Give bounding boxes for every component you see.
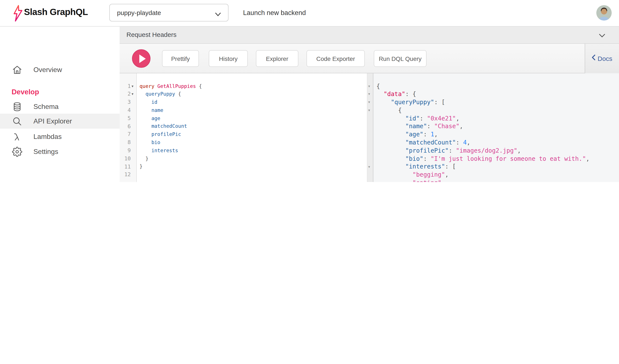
fold-arrow-icon[interactable]: ▾ — [368, 163, 373, 171]
line-number: 5 — [120, 114, 131, 122]
code-line: "matchedCount": 4, — [376, 139, 615, 147]
sidebar-item-label: Overview — [33, 66, 62, 74]
sidebar-item-label: Schema — [33, 103, 58, 111]
sidebar-item-label: API Explorer — [33, 117, 72, 125]
code-line: age — [140, 114, 202, 122]
docs-button[interactable]: Docs — [585, 43, 619, 73]
chevron-left-icon — [591, 55, 595, 62]
backend-selector-value: puppy-playdate — [117, 9, 161, 16]
line-number: 12 — [120, 171, 131, 179]
code-line: "eating" — [376, 179, 615, 182]
fold-arrow-icon[interactable]: ▾ — [368, 82, 373, 90]
sidebar: Overview Develop Schema API Explorer — [0, 26, 120, 182]
search-icon — [12, 116, 22, 126]
main-content: Request Headers Prettify History Explore… — [120, 26, 619, 182]
line-number: 9 — [120, 147, 131, 155]
code-line: "name": "Chase", — [376, 122, 615, 131]
slash-graphql-logo-icon — [13, 5, 24, 24]
top-bar: Slash GraphQL puppy-playdate Launch new … — [0, 0, 619, 27]
sidebar-section-develop: Develop — [12, 88, 39, 96]
execute-query-button[interactable] — [132, 49, 151, 68]
editor-line-number-gutter: 1▾2▾3456789101112 — [120, 73, 137, 182]
code-line: { — [376, 82, 615, 90]
explorer-panes: 1▾2▾3456789101112 query GetAllPuppies { … — [120, 73, 619, 182]
code-line: matchedCount — [140, 122, 202, 131]
code-line: "bio": "I'm just looking for someone to … — [376, 154, 615, 163]
chevron-down-icon — [215, 10, 221, 18]
backend-selector[interactable]: puppy-playdate — [109, 4, 228, 21]
code-line: } — [140, 163, 202, 171]
line-number: 8 — [120, 139, 131, 147]
app-window: Slash GraphQL puppy-playdate Launch new … — [0, 0, 619, 182]
code-line: query GetAllPuppies { — [140, 82, 202, 90]
code-line — [140, 171, 202, 179]
code-line: bio — [140, 139, 202, 147]
line-number: 7 — [120, 131, 131, 139]
sidebar-item-label: Settings — [33, 148, 58, 155]
code-line: "begging", — [376, 171, 615, 179]
gear-icon — [12, 146, 22, 157]
line-number: 2 — [120, 90, 131, 98]
prettify-button[interactable]: Prettify — [162, 50, 199, 67]
sidebar-item-lambdas[interactable]: Lambdas — [0, 129, 120, 144]
database-icon — [12, 102, 22, 112]
request-headers-title: Request Headers — [127, 31, 176, 38]
query-editor[interactable]: query GetAllPuppies { queryPuppy { id na… — [137, 73, 367, 182]
line-number: 4 — [120, 106, 131, 114]
user-avatar[interactable] — [596, 5, 612, 21]
sidebar-item-settings[interactable]: Settings — [0, 144, 120, 159]
line-number: 11 — [120, 163, 131, 171]
result-json: { "data": { "queryPuppy": [ { "id": "0x4… — [376, 82, 615, 182]
code-line: "queryPuppy": [ — [376, 98, 615, 106]
docs-button-label: Docs — [598, 55, 612, 62]
toolbar: Prettify History Explorer Code Exporter … — [120, 43, 619, 73]
play-icon — [139, 54, 146, 63]
history-button[interactable]: History — [209, 50, 248, 67]
code-line: } — [140, 154, 202, 163]
explorer-button[interactable]: Explorer — [256, 50, 298, 67]
sidebar-item-label: Lambdas — [33, 133, 62, 140]
result-fold-gutter: ▾▾▾▾▾▾▾▾ — [367, 73, 373, 182]
brand-title: Slash GraphQL — [24, 7, 88, 17]
sidebar-item-schema[interactable]: Schema — [0, 99, 120, 114]
line-number: 3 — [120, 98, 131, 106]
lambda-icon — [12, 131, 22, 142]
run-dql-query-button[interactable]: Run DQL Query — [374, 50, 426, 67]
code-line: name — [140, 106, 202, 114]
code-exporter-button[interactable]: Code Exporter — [307, 50, 365, 67]
fold-arrow-icon[interactable]: ▾ — [368, 90, 373, 98]
query-editor-code: query GetAllPuppies { queryPuppy { id na… — [140, 82, 202, 179]
chevron-down-icon[interactable] — [599, 32, 605, 40]
code-line: interests — [140, 147, 202, 155]
line-number: 1 — [120, 82, 131, 90]
line-number: 10 — [120, 154, 131, 163]
code-line: "age": 1, — [376, 131, 615, 139]
fold-arrow-icon[interactable]: ▾ — [132, 82, 136, 90]
fold-arrow-icon[interactable]: ▾ — [368, 106, 373, 114]
sidebar-item-api-explorer[interactable]: API Explorer — [0, 114, 120, 129]
code-line: "id": "0x4e21", — [376, 114, 615, 122]
code-line: "profilePic": "images/dog2.jpg", — [376, 147, 615, 155]
sidebar-item-overview[interactable]: Overview — [0, 62, 120, 78]
launch-new-backend-link[interactable]: Launch new backend — [243, 9, 306, 17]
home-icon — [12, 65, 22, 75]
line-number: 6 — [120, 122, 131, 131]
fold-arrow-icon[interactable]: ▾ — [132, 90, 136, 98]
fold-arrow-icon[interactable]: ▾ — [368, 98, 373, 106]
code-line: queryPuppy { — [140, 90, 202, 98]
code-line: "data": { — [376, 90, 615, 98]
code-line: profilePic — [140, 131, 202, 139]
code-line: id — [140, 98, 202, 106]
request-headers-bar[interactable]: Request Headers — [120, 26, 619, 43]
code-line: "interests": [ — [376, 163, 615, 171]
result-pane: { "data": { "queryPuppy": [ { "id": "0x4… — [373, 73, 619, 182]
code-line: { — [376, 106, 615, 114]
